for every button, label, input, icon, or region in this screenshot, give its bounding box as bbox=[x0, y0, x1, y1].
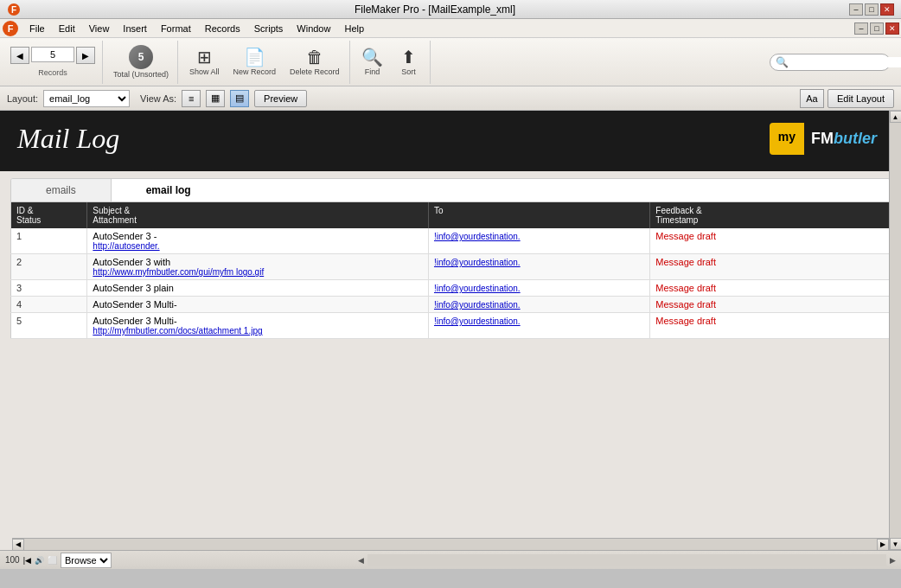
total-label: Total (Unsorted) bbox=[113, 70, 169, 79]
svg-text:F: F bbox=[8, 23, 14, 34]
table-row: 4 AutoSender 3 Multi- !info@yourdestinat… bbox=[11, 297, 891, 313]
layout-select[interactable]: email_log bbox=[43, 90, 130, 107]
view-table-button[interactable]: ▦ bbox=[206, 90, 225, 107]
show-all-button[interactable]: ⊞ Show All bbox=[183, 43, 226, 81]
sort-icon: ⬆ bbox=[401, 48, 416, 66]
search-area: 🔍 bbox=[770, 54, 898, 71]
menu-insert[interactable]: Insert bbox=[116, 22, 154, 35]
table-row: 1 AutoSender 3 - http://autosender. !inf… bbox=[11, 228, 891, 254]
new-record-icon: 📄 bbox=[244, 48, 265, 66]
cell-subject: AutoSender 3 - http://autosender. bbox=[87, 228, 429, 254]
cell-feedback: Message draft bbox=[650, 297, 891, 313]
total-info-group: 5 Total (Unsorted) bbox=[105, 41, 178, 84]
nav-forward-button[interactable]: ▶ bbox=[76, 47, 95, 64]
logo-fm: FM bbox=[811, 130, 834, 147]
view-detail-button[interactable]: ▤ bbox=[230, 90, 249, 107]
close-button[interactable]: ✕ bbox=[880, 3, 894, 16]
cell-feedback: Message draft bbox=[650, 228, 891, 254]
nav-back-button[interactable]: ◀ bbox=[10, 47, 29, 64]
fmbutler-logo: my FMbutler bbox=[770, 123, 884, 155]
cell-id: 2 bbox=[11, 254, 87, 280]
scroll-track bbox=[890, 123, 902, 538]
nav-arrows: ◀ ▶ bbox=[10, 47, 95, 64]
menu-records[interactable]: Records bbox=[198, 22, 247, 35]
scroll-left-button[interactable]: ◀ bbox=[12, 539, 24, 551]
menu-file[interactable]: File bbox=[22, 22, 52, 35]
minimize-button[interactable]: – bbox=[849, 3, 863, 16]
inner-minimize-button[interactable]: – bbox=[854, 22, 868, 35]
inner-maximize-button[interactable]: □ bbox=[870, 22, 884, 35]
view-list-button[interactable]: ≡ bbox=[182, 90, 201, 107]
menu-window[interactable]: Window bbox=[290, 22, 337, 35]
record-nav-group: ◀ ▶ Records bbox=[3, 41, 103, 84]
records-label: Records bbox=[38, 68, 67, 77]
tab-emails[interactable]: emails bbox=[11, 179, 112, 201]
bottom-scrollbar: ◀ ▶ bbox=[12, 538, 889, 550]
search-input[interactable] bbox=[791, 57, 901, 67]
cell-subject: AutoSender 3 Multi- http://myfmbutler.co… bbox=[87, 313, 429, 339]
cell-subject: AutoSender 3 Multi- bbox=[87, 297, 429, 313]
table-header: ID &Status Subject &Attachment To Feedba… bbox=[11, 202, 891, 228]
cell-id: 1 bbox=[11, 228, 87, 254]
window-controls: – □ ✕ bbox=[849, 3, 894, 16]
cell-feedback: Message draft bbox=[650, 254, 891, 280]
record-actions-group: ⊞ Show All 📄 New Record 🗑 Delete Record bbox=[180, 41, 350, 84]
cell-feedback: Message draft bbox=[650, 313, 891, 339]
logo-butler: butler bbox=[834, 130, 877, 147]
find-sort-group: 🔍 Find ⬆ Sort bbox=[352, 41, 431, 84]
app-logo: F bbox=[2, 20, 19, 37]
record-navigation: ◀ ▶ Records bbox=[7, 45, 99, 79]
cell-subject: AutoSender 3 with http://www.myfmbutler.… bbox=[87, 254, 429, 280]
mode-select[interactable]: Browse bbox=[61, 553, 112, 568]
find-icon: 🔍 bbox=[361, 48, 383, 66]
cell-to: !info@yourdestination. bbox=[428, 280, 649, 297]
scroll-up-button[interactable]: ▲ bbox=[890, 111, 902, 123]
zoom-level: 100 bbox=[5, 555, 20, 565]
aa-button[interactable]: Aa bbox=[800, 89, 824, 108]
window-title: FileMaker Pro - [MailExample_xml] bbox=[21, 3, 849, 16]
new-record-button[interactable]: 📄 New Record bbox=[227, 43, 283, 81]
hscroll-bar bbox=[367, 554, 886, 566]
hscroll-track bbox=[24, 539, 877, 551]
layout-bar: Layout: email_log View As: ≡ ▦ ▤ Preview… bbox=[0, 86, 901, 111]
hscroll-left[interactable]: ◀ bbox=[358, 556, 364, 565]
cell-id: 4 bbox=[11, 297, 87, 313]
sort-button[interactable]: ⬆ Sort bbox=[392, 43, 426, 81]
scroll-down-button[interactable]: ▼ bbox=[890, 538, 902, 550]
menu-scripts[interactable]: Scripts bbox=[247, 22, 291, 35]
menu-help[interactable]: Help bbox=[337, 22, 371, 35]
menu-view[interactable]: View bbox=[82, 22, 117, 35]
record-number-input[interactable] bbox=[31, 47, 74, 62]
edit-layout-button[interactable]: Edit Layout bbox=[828, 89, 894, 108]
sort-label: Sort bbox=[401, 67, 416, 76]
database-window: Mail Log my FMbutler emails email log ID… bbox=[0, 111, 901, 569]
main-content: Mail Log my FMbutler emails email log ID… bbox=[0, 111, 901, 569]
status-bar: 100 |◀ 🔊 ⬜ Browse ◀ ▶ bbox=[0, 550, 901, 569]
app-icon: F bbox=[7, 3, 21, 16]
delete-record-button[interactable]: 🗑 Delete Record bbox=[284, 43, 346, 81]
menu-format[interactable]: Format bbox=[154, 22, 198, 35]
right-scrollbar: ▲ ▼ bbox=[889, 111, 901, 550]
title-bar: F FileMaker Pro - [MailExample_xml] – □ … bbox=[0, 0, 901, 19]
menu-bar: F File Edit View Insert Format Records S… bbox=[0, 19, 901, 38]
new-record-label: New Record bbox=[233, 67, 277, 76]
header-feedback: Feedback &Timestamp bbox=[650, 202, 891, 228]
total-circle: 5 bbox=[129, 45, 153, 69]
show-all-label: Show All bbox=[189, 67, 220, 76]
preview-button[interactable]: Preview bbox=[254, 90, 307, 107]
delete-record-icon: 🗑 bbox=[306, 48, 323, 66]
search-box[interactable]: 🔍 bbox=[770, 54, 891, 71]
tab-bar: emails email log bbox=[10, 178, 891, 202]
menu-edit[interactable]: Edit bbox=[52, 22, 82, 35]
find-button[interactable]: 🔍 Find bbox=[355, 43, 390, 81]
search-icon: 🔍 bbox=[776, 56, 789, 68]
maximize-button[interactable]: □ bbox=[865, 3, 879, 16]
hscroll-right[interactable]: ▶ bbox=[890, 556, 896, 565]
scroll-right-button[interactable]: ▶ bbox=[877, 539, 889, 551]
inner-close-button[interactable]: ✕ bbox=[885, 22, 899, 35]
total-value: 5 bbox=[138, 51, 144, 63]
tab-email-log[interactable]: email log bbox=[112, 179, 226, 201]
table-row: 3 AutoSender 3 plain !info@yourdestinati… bbox=[11, 280, 891, 297]
cell-to: !info@yourdestination. bbox=[428, 254, 649, 280]
table-body: 1 AutoSender 3 - http://autosender. !inf… bbox=[11, 228, 891, 339]
